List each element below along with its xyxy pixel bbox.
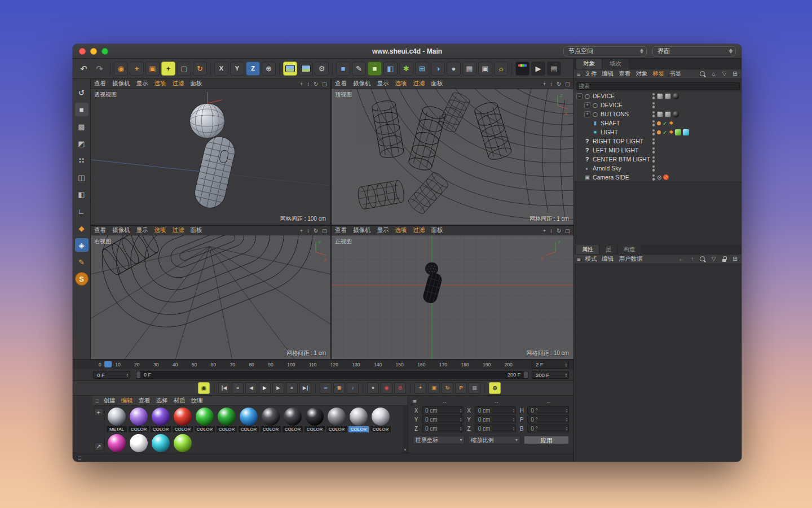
paint-tool-button[interactable]: ✎ (75, 255, 89, 269)
render-settings-button[interactable]: ⚙ (315, 62, 329, 76)
object-name[interactable]: CENTER BTM LIGHT (593, 156, 650, 163)
attr-menu-item[interactable]: 用户数据 (619, 255, 642, 263)
active-tool-button[interactable]: + (161, 62, 175, 76)
menu-icon[interactable]: ≡ (413, 398, 422, 405)
object-tag-chip[interactable] (657, 174, 661, 181)
material-tile[interactable]: COLOR (150, 407, 171, 432)
home-icon[interactable]: ⌂ (710, 71, 717, 78)
object-row[interactable]: SHAFT (574, 119, 742, 128)
om-menu-item[interactable]: 对象 (636, 70, 647, 78)
spinner-icon[interactable] (566, 417, 567, 422)
material-tile[interactable] (172, 433, 193, 453)
size-field[interactable]: 0 cm (475, 406, 517, 414)
material-menu-item[interactable]: 选择 (156, 397, 167, 405)
fields-button[interactable]: ◑ (431, 62, 445, 76)
om-menu-item[interactable]: 书签 (669, 70, 681, 78)
menu-icon[interactable]: ≡ (78, 454, 81, 461)
pan-icon[interactable]: + (543, 81, 546, 87)
spinner-icon[interactable] (565, 373, 567, 377)
visibility-toggles[interactable] (650, 129, 657, 135)
visibility-toggles[interactable] (650, 147, 657, 154)
material-tile[interactable] (106, 433, 127, 453)
goto-end-button[interactable]: ▶| (299, 382, 311, 394)
up-icon[interactable]: ↑ (689, 256, 696, 263)
object-tag-chip[interactable] (673, 111, 679, 117)
spinner-icon[interactable] (565, 362, 567, 367)
dolly-icon[interactable]: ↕ (550, 81, 553, 87)
viewport-menu-item[interactable]: 摄像机 (112, 226, 130, 234)
object-name[interactable]: RIGHT TOP LIGHT (593, 138, 650, 144)
viewport-menu-item[interactable]: 显示 (377, 80, 389, 87)
zoom-button[interactable] (102, 48, 108, 55)
object-row[interactable]: DEVICE (574, 100, 742, 110)
material-scrollbar[interactable]: ▼ (403, 406, 408, 453)
play-button[interactable]: ▶ (259, 382, 271, 394)
spinner-icon[interactable] (460, 408, 462, 413)
current-frame-marker[interactable] (104, 361, 112, 367)
object-tag-chip[interactable] (665, 111, 671, 117)
object-tag-chip[interactable] (673, 93, 679, 99)
floor-button[interactable]: ▦ (462, 62, 476, 76)
expand-toggle[interactable] (576, 156, 582, 163)
viewport-menu-item[interactable]: 面板 (191, 226, 202, 234)
material-tile[interactable]: COLOR (216, 407, 237, 432)
object-tag-chip[interactable] (675, 129, 681, 135)
autokey-record-button[interactable]: ◉ (381, 382, 392, 394)
expand-toggle[interactable] (576, 138, 582, 144)
add-material-button[interactable]: + (94, 408, 103, 416)
menu-icon[interactable]: ≡ (577, 256, 580, 262)
material-tile[interactable]: COLOR (304, 407, 325, 432)
filter-icon[interactable]: ▽ (710, 256, 717, 263)
attr-menu-item[interactable]: 模式 (585, 255, 597, 263)
lock-y-button[interactable]: Y (230, 62, 244, 76)
separator[interactable] (332, 63, 333, 75)
expand-toggle[interactable] (584, 129, 590, 135)
key-rotation-toggle[interactable]: ↻ (442, 382, 453, 394)
viewport-menu-item[interactable]: 选项 (395, 226, 407, 234)
expand-toggle[interactable] (576, 165, 582, 172)
spinner-icon[interactable] (513, 417, 515, 422)
axis-mode-button[interactable]: ∟ (75, 204, 89, 218)
prev-key-button[interactable]: « (232, 382, 244, 394)
render-region-button[interactable]: ▤ (547, 62, 561, 76)
om-menu-item[interactable]: 文件 (585, 70, 597, 78)
dolly-icon[interactable]: ↕ (550, 227, 553, 234)
lock-z-button[interactable]: Z (246, 62, 260, 76)
expand-toggle[interactable] (576, 93, 582, 99)
keyframe-button[interactable]: ⊙ (394, 382, 406, 394)
material-tile[interactable] (128, 433, 149, 453)
viewport-menu-item[interactable]: 查看 (94, 80, 106, 87)
material-tile[interactable]: COLOR (128, 407, 149, 432)
scale-tool[interactable]: ▣ (145, 62, 160, 76)
orbit-icon[interactable]: ↻ (314, 227, 318, 234)
material-menu-item[interactable]: 查看 (138, 397, 150, 405)
subdivision-surface-button[interactable]: ■ (368, 62, 382, 76)
search-icon[interactable] (699, 256, 707, 263)
object-name[interactable]: Arnold Sky (593, 165, 650, 172)
filter-icon[interactable]: ▽ (721, 71, 728, 78)
viewport-menu-item[interactable]: 过滤 (413, 80, 425, 87)
spinner-icon[interactable] (126, 373, 128, 377)
separator[interactable] (279, 63, 280, 75)
visibility-toggles[interactable] (650, 156, 657, 163)
size-field[interactable]: 0 cm (475, 424, 517, 432)
loop-end-field[interactable]: 200 F (532, 371, 569, 379)
separator[interactable] (210, 63, 211, 75)
viewport-menu-item[interactable]: 过滤 (413, 226, 425, 234)
mograph-button[interactable]: ⊞ (415, 62, 429, 76)
lock-x-button[interactable]: X (214, 62, 228, 76)
snap-button[interactable]: ◈ (75, 238, 89, 252)
position-field[interactable]: 0 cm (422, 415, 464, 423)
panel-tab[interactable]: 属性 (576, 245, 599, 254)
om-menu-item[interactable]: 编辑 (602, 70, 614, 78)
panel-tab[interactable]: 场次 (603, 59, 628, 69)
object-tag-chip[interactable] (683, 129, 689, 135)
viewport-menu-item[interactable]: 摄像机 (112, 80, 130, 87)
add-icon[interactable]: ⊞ (731, 256, 739, 263)
range-grip-right[interactable] (524, 371, 528, 378)
separator[interactable] (110, 63, 111, 75)
add-object-icon[interactable]: ⊞ (731, 71, 739, 78)
viewport-menu-item[interactable]: 选项 (155, 226, 166, 234)
attr-menu-item[interactable]: 编辑 (602, 255, 614, 263)
viewport-menu-item[interactable]: 查看 (335, 226, 347, 234)
